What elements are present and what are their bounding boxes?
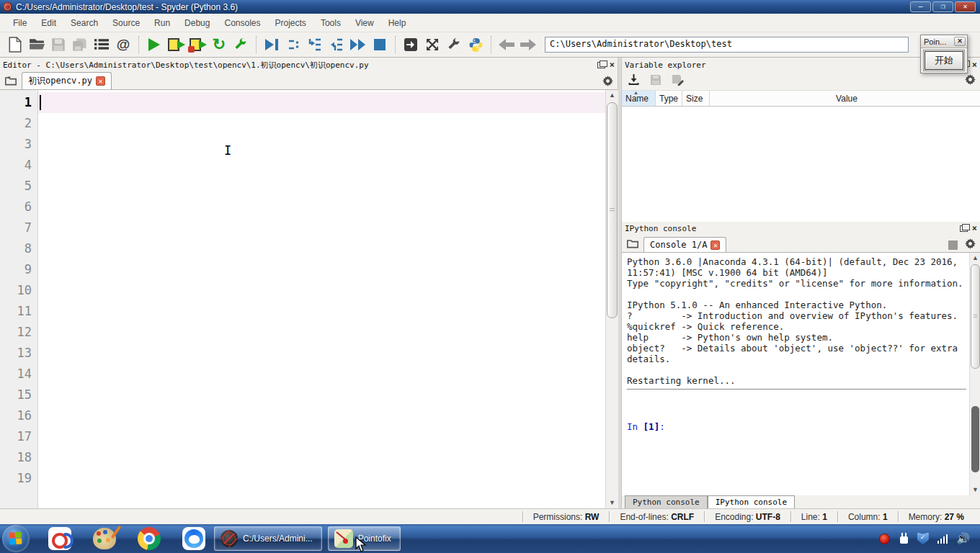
power-plug-icon[interactable] <box>899 533 909 544</box>
tools-wrench-button[interactable] <box>443 35 465 55</box>
recording-indicator-icon[interactable] <box>879 534 890 544</box>
debug-continue-button[interactable] <box>347 35 369 55</box>
debug-stop-button[interactable] <box>369 35 391 55</box>
editor-options-gear-icon[interactable] <box>602 76 613 89</box>
menu-item-file[interactable]: File <box>6 15 34 31</box>
working-directory-input[interactable]: C:\Users\Administrator\Desktop\test <box>545 37 909 53</box>
start-button[interactable] <box>2 525 30 552</box>
taskbar-button-label: C:/Users/Admini... <box>243 534 313 544</box>
scroll-down-arrow[interactable]: ▼ <box>970 485 980 495</box>
variable-table-body[interactable] <box>622 107 980 222</box>
console-tab[interactable]: Console 1/A ✕ <box>643 237 726 252</box>
menu-item-tools[interactable]: Tools <box>313 15 348 31</box>
console-options-gear-icon[interactable] <box>965 238 976 252</box>
maximize-button[interactable]: ❐ <box>932 1 953 12</box>
run-settings-button[interactable] <box>230 35 251 55</box>
close-pane-icon[interactable]: × <box>972 61 977 68</box>
code-editor-area[interactable]: I <box>38 90 605 508</box>
close-button[interactable]: ✕ <box>955 1 976 12</box>
taskbar-pinned-paint-icon[interactable] <box>90 526 119 551</box>
save-all-button[interactable] <box>69 35 91 55</box>
menu-item-debug[interactable]: Debug <box>177 15 217 31</box>
scroll-up-arrow[interactable]: ▲ <box>970 253 980 264</box>
taskbar-pinned-browser-icon[interactable] <box>179 526 208 551</box>
debug-step-return-button[interactable] <box>326 35 347 55</box>
console-output[interactable]: Python 3.6.0 |Anaconda 4.3.1 (64-bit)| (… <box>622 253 969 495</box>
console-tab-label: Console 1/A <box>650 240 707 250</box>
back-button[interactable] <box>496 35 517 55</box>
file-switcher-button[interactable] <box>91 35 112 55</box>
new-file-button[interactable] <box>4 35 26 55</box>
editor-scrollbar-thumb[interactable] <box>607 102 618 318</box>
console-scrollbar-thumb[interactable] <box>971 264 980 369</box>
variable-table-header: ▲ Name Type Size Value <box>622 91 980 107</box>
maximize-pane-button[interactable] <box>400 35 422 55</box>
column-header-size[interactable]: Size <box>682 91 710 106</box>
menu-item-help[interactable]: Help <box>381 15 414 31</box>
editor-tab[interactable]: 初识opencv.py ✕ <box>22 72 112 89</box>
tab-python-console[interactable]: Python console <box>625 495 708 508</box>
debug-step-into-button[interactable] <box>304 35 326 55</box>
taskbar-pinned-chrome-icon[interactable] <box>135 526 164 551</box>
tab-ipython-console[interactable]: IPython console <box>708 495 795 508</box>
pointofix-titlebar[interactable]: Poin... ✕ <box>921 35 967 48</box>
editor-scrollbar[interactable]: ▲ ▼ <box>605 90 618 508</box>
undock-pane-icon[interactable] <box>960 225 968 232</box>
undock-pane-icon[interactable] <box>597 62 605 68</box>
symbol-finder-button[interactable]: @ <box>112 35 134 55</box>
variable-explorer-options-gear-icon[interactable] <box>965 74 976 88</box>
spyder-app-icon <box>3 2 12 12</box>
tab-close-icon[interactable]: ✕ <box>96 76 105 86</box>
tab-close-icon[interactable]: ✕ <box>710 240 720 250</box>
menu-item-run[interactable]: Run <box>147 15 177 31</box>
menu-item-search[interactable]: Search <box>63 15 105 31</box>
console-body[interactable]: Python 3.6.0 |Anaconda 4.3.1 (64-bit)| (… <box>622 253 980 495</box>
browse-tabs-icon[interactable] <box>0 72 22 89</box>
close-pane-icon[interactable]: × <box>610 61 615 68</box>
import-data-button[interactable] <box>628 74 640 89</box>
column-header-value[interactable]: Value <box>710 91 980 106</box>
interrupt-kernel-icon[interactable] <box>948 240 958 250</box>
statusbar-item-column: Column: 1 <box>838 512 898 522</box>
window-titlebar[interactable]: C:/Users/Administrator/Desktop/test - Sp… <box>0 0 980 14</box>
volume-icon[interactable]: 🔊 <box>956 532 970 545</box>
mouse-ibeam-cursor: I <box>224 143 231 158</box>
variable-explorer-pane: Variable explorer × <box>621 58 980 222</box>
column-header-type[interactable]: Type <box>656 91 682 106</box>
security-shield-icon[interactable] <box>917 533 929 545</box>
menu-item-consoles[interactable]: Consoles <box>217 15 267 31</box>
editor-pane-header: Editor - C:\Users\Administrator\Desktop\… <box>0 58 618 72</box>
pointofix-close-button[interactable]: ✕ <box>954 37 966 46</box>
fullscreen-button[interactable] <box>422 35 443 55</box>
run-cell-button[interactable] <box>165 35 187 55</box>
debug-file-button[interactable] <box>261 35 282 55</box>
taskbar-pinned-app-icon[interactable] <box>45 526 74 551</box>
close-pane-icon[interactable]: × <box>972 225 977 232</box>
debug-step-button[interactable] <box>282 35 304 55</box>
scroll-down-arrow[interactable]: ▼ <box>606 498 618 508</box>
run-cell-advance-button[interactable] <box>187 35 208 55</box>
menu-item-edit[interactable]: Edit <box>34 15 63 31</box>
python-logo-icon[interactable] <box>465 35 486 55</box>
console-scrollbar[interactable]: ▲ ▼ <box>969 253 980 495</box>
browse-tabs-icon[interactable] <box>622 235 643 252</box>
column-header-name[interactable]: ▲ Name <box>622 91 656 106</box>
run-file-button[interactable] <box>143 35 165 55</box>
pointofix-start-button[interactable]: 开始 <box>925 51 963 70</box>
open-file-button[interactable] <box>26 35 48 55</box>
save-data-as-button[interactable] <box>672 74 684 89</box>
minimize-button[interactable]: — <box>910 1 931 12</box>
menu-item-source[interactable]: Source <box>105 15 147 31</box>
console-prompt[interactable]: In [1]: <box>627 421 968 432</box>
taskbar-button-spyder[interactable]: C:/Users/Admini... <box>214 526 322 551</box>
inner-scrollbar-thumb[interactable] <box>971 406 979 472</box>
save-button[interactable] <box>48 35 69 55</box>
menu-item-view[interactable]: View <box>348 15 381 31</box>
pointofix-floating-window[interactable]: Poin... ✕ 开始 <box>920 35 968 73</box>
rerun-cell-button[interactable]: ↻ <box>208 35 230 55</box>
save-data-button[interactable] <box>650 74 662 89</box>
scroll-up-arrow[interactable]: ▲ <box>606 90 618 101</box>
forward-button[interactable] <box>517 35 539 55</box>
menu-item-projects[interactable]: Projects <box>268 15 313 31</box>
network-signal-icon[interactable] <box>937 534 948 544</box>
